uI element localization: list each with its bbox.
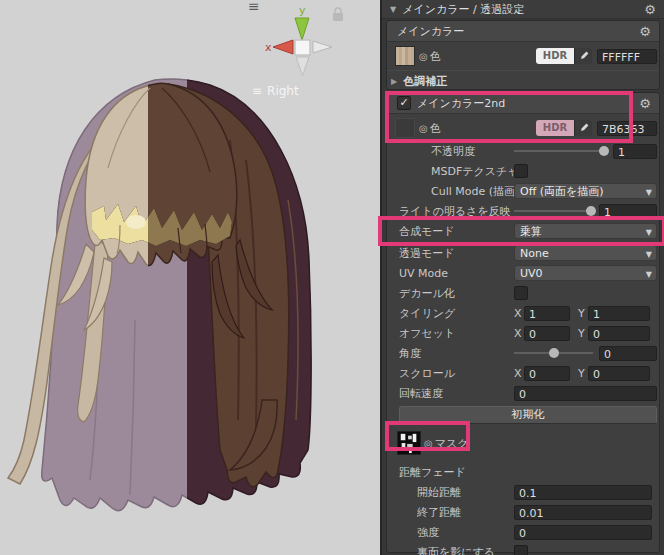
- tiling-label: タイリング: [399, 306, 514, 321]
- animated-property-icon: ◎: [424, 438, 433, 449]
- transparency-mode-dropdown[interactable]: None ▼: [514, 245, 657, 261]
- color-label: 色: [430, 49, 536, 64]
- eyedropper-button[interactable]: [574, 48, 592, 64]
- fade-end-field[interactable]: 0.01: [514, 505, 652, 520]
- main-color-2nd-title: メインカラー2nd: [417, 96, 639, 111]
- animated-property-icon: ◎: [419, 51, 428, 62]
- main-color-texture-thumbnail[interactable]: [395, 46, 415, 66]
- gizmo-y-axis-cone: [295, 18, 309, 40]
- blend-mode-row: 合成モード 乗算 ▼: [399, 223, 657, 239]
- second-color-row: ◎ 色 HDR 7B6363: [395, 117, 657, 139]
- gizmo-bottom-cone: [296, 57, 309, 76]
- uv-mode-dropdown[interactable]: UV0 ▼: [514, 265, 657, 281]
- tone-correction-foldout[interactable]: ▶ 色調補正: [387, 70, 659, 91]
- eyedropper-icon: [579, 51, 589, 61]
- rotation-speed-row: 回転速度 0: [399, 385, 657, 401]
- light-brightness-row: ライトの明るさを反映 1: [399, 203, 657, 219]
- hex-color-field[interactable]: FFFFFF: [597, 49, 657, 64]
- blend-mode-dropdown[interactable]: 乗算 ▼: [514, 223, 657, 239]
- shader-section-header[interactable]: ▼ メインカラー / 透過設定 ⚙: [382, 0, 664, 19]
- backface-shadow-checkbox[interactable]: [514, 545, 528, 555]
- msdf-checkbox[interactable]: [514, 164, 528, 178]
- uv-mode-row: UV Mode UV0 ▼: [399, 265, 657, 281]
- angle-value-field[interactable]: 0: [599, 346, 657, 361]
- hex-color-field[interactable]: 7B6363: [597, 121, 657, 136]
- y-axis-label: Y: [578, 307, 588, 320]
- hdr-color-button[interactable]: HDR: [536, 48, 574, 64]
- tiling-x-field[interactable]: 1: [524, 306, 570, 321]
- rotation-speed-field[interactable]: 0: [514, 386, 657, 401]
- light-brightness-slider[interactable]: [514, 204, 593, 218]
- backface-shadow-row: 裏面を影にする: [417, 544, 657, 555]
- gizmo-view-menu[interactable]: ≡ Right: [252, 84, 299, 98]
- scroll-x-field[interactable]: 0: [524, 366, 570, 381]
- opacity-label: 不透明度: [431, 144, 514, 159]
- gizmo-x-axis-cone: [273, 40, 293, 54]
- distance-fade-row: 距離フェード: [399, 464, 657, 480]
- cull-mode-dropdown[interactable]: Off (両面を描画) ▼: [514, 183, 657, 199]
- section-title: メインカラー / 透過設定: [402, 2, 644, 17]
- gear-icon[interactable]: ⚙: [639, 25, 651, 38]
- fade-start-row: 開始距離 0.1: [417, 484, 657, 500]
- fade-end-label: 終了距離: [417, 505, 514, 520]
- scroll-y-field[interactable]: 0: [588, 366, 650, 381]
- opacity-slider[interactable]: [514, 144, 607, 158]
- offset-x-field[interactable]: 0: [524, 326, 570, 341]
- gear-icon[interactable]: ⚙: [639, 97, 651, 110]
- x-axis-label: X: [514, 327, 524, 340]
- decal-row: デカール化: [399, 285, 657, 301]
- initialize-button[interactable]: 初期化: [399, 406, 657, 424]
- dropdown-arrow-icon: ▼: [646, 185, 652, 199]
- second-color-texture-slot[interactable]: [395, 118, 415, 138]
- foldout-closed-icon: ▶: [391, 77, 397, 86]
- foldout-open-icon: ▼: [390, 5, 396, 14]
- main-color-2nd-header[interactable]: ✓ メインカラー2nd ⚙: [387, 93, 659, 114]
- animated-property-icon: ◎: [419, 123, 428, 134]
- main-color-2nd-checkbox[interactable]: ✓: [397, 96, 411, 110]
- opacity-value-field[interactable]: 1: [613, 144, 657, 159]
- offset-label: オフセット: [399, 326, 514, 341]
- mask-texture-thumbnail[interactable]: [397, 431, 421, 455]
- light-brightness-label: ライトの明るさを反映: [399, 204, 514, 219]
- dropdown-arrow-icon: ▼: [646, 225, 652, 239]
- gizmo-center-cube: [295, 40, 310, 55]
- color-label: 色: [430, 121, 536, 136]
- angle-slider[interactable]: [514, 346, 593, 360]
- light-brightness-value-field[interactable]: 1: [599, 204, 657, 219]
- scene-viewport[interactable]: ≡ y x ≡ Right: [0, 0, 380, 555]
- eyedropper-button[interactable]: [574, 120, 592, 136]
- gear-icon[interactable]: ⚙: [644, 3, 656, 16]
- rotation-speed-label: 回転速度: [399, 386, 514, 401]
- fade-strength-field[interactable]: 0: [514, 525, 652, 540]
- y-axis-label: Y: [578, 367, 588, 380]
- tiling-y-field[interactable]: 1: [588, 306, 650, 321]
- eyedropper-icon: [579, 123, 589, 133]
- decal-checkbox[interactable]: [514, 286, 528, 300]
- fade-end-row: 終了距離 0.01: [417, 504, 657, 520]
- angle-row: 角度 0: [399, 345, 657, 361]
- main-color-row: ◎ 色 HDR FFFFFF: [395, 45, 657, 67]
- gizmo-lock-icon[interactable]: [333, 8, 343, 21]
- scroll-label: スクロール: [399, 366, 514, 381]
- msdf-label: MSDFテクスチャ: [431, 164, 514, 179]
- transparency-mode-row: 透過モード None ▼: [399, 245, 657, 261]
- scroll-row: スクロール X 0 Y 0: [399, 365, 657, 381]
- y-axis-label: Y: [578, 327, 588, 340]
- offset-row: オフセット X 0 Y 0: [399, 325, 657, 341]
- offset-y-field[interactable]: 0: [588, 326, 650, 341]
- uv-mode-label: UV Mode: [399, 267, 514, 280]
- unity-editor: ≡ y x ≡ Right ▼ メインカラー / 透過設定 ⚙: [0, 0, 664, 555]
- main-color-title: メインカラー: [397, 24, 639, 39]
- main-color-header[interactable]: メインカラー ⚙: [387, 21, 659, 42]
- gizmo-z-axis-cone: [313, 41, 332, 53]
- cull-mode-row: Cull Mode (描画 Off (両面を描画) ▼: [431, 183, 657, 199]
- main-color-box: メインカラー ⚙ ◎ 色 HDR FFFFFF ▶ 色調補正: [386, 20, 660, 90]
- fade-strength-label: 強度: [417, 525, 514, 540]
- angle-label: 角度: [399, 346, 514, 361]
- mask-row: ◎ マスク: [397, 430, 657, 456]
- main-color-2nd-box: ✓ メインカラー2nd ⚙ ◎ 色 HDR 7B6363 不透明度: [386, 92, 660, 553]
- gizmo-y-label: y: [299, 4, 306, 17]
- hdr-color-button[interactable]: HDR: [536, 120, 574, 136]
- cull-mode-label: Cull Mode (描画: [431, 184, 514, 199]
- fade-start-field[interactable]: 0.1: [514, 485, 652, 500]
